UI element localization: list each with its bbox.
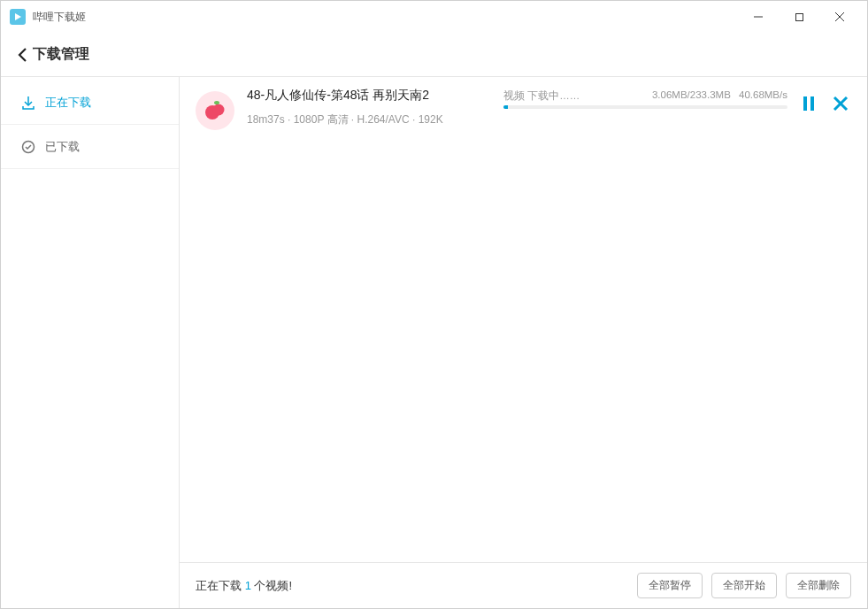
page-header: 下载管理: [1, 33, 867, 77]
berry-icon: [203, 98, 227, 123]
status-prefix: 正在下载: [196, 579, 245, 592]
svg-rect-10: [803, 96, 807, 111]
check-circle-icon: [20, 139, 36, 155]
download-actions: [798, 88, 851, 114]
maximize-button[interactable]: [779, 3, 819, 31]
download-info: 48-凡人修仙传-第48话 再别天南2 18m37s · 1080P 高清 · …: [247, 88, 503, 127]
chevron-left-icon: [17, 47, 29, 63]
window-controls: [738, 3, 860, 31]
svg-marker-0: [15, 13, 21, 20]
svg-point-9: [214, 101, 219, 104]
minimize-button[interactable]: [738, 3, 779, 31]
svg-point-8: [213, 104, 225, 116]
sidebar-item-label: 正在下载: [45, 95, 91, 111]
progress-stats: 3.06MB/233.3MB 40.68MB/s: [652, 89, 787, 103]
download-item: 48-凡人修仙传-第48话 再别天南2 18m37s · 1080P 高清 · …: [180, 77, 867, 143]
download-speed: 40.68MB/s: [739, 89, 787, 100]
svg-rect-11: [810, 96, 814, 111]
status-suffix: 个视频!: [251, 579, 292, 592]
footer-bar: 正在下载 1 个视频! 全部暂停 全部开始 全部删除: [180, 562, 867, 608]
sidebar-item-downloading[interactable]: 正在下载: [1, 81, 179, 125]
video-thumbnail: [196, 91, 234, 130]
sidebar-item-downloaded[interactable]: 已下载: [1, 125, 179, 169]
start-all-button[interactable]: 全部开始: [711, 573, 777, 598]
download-size: 3.06MB/233.3MB: [652, 89, 731, 100]
download-meta: 18m37s · 1080P 高清 · H.264/AVC · 192K: [247, 112, 503, 127]
app-icon: [10, 9, 26, 25]
page-title: 下载管理: [33, 45, 89, 64]
close-window-button[interactable]: [819, 3, 860, 31]
close-icon: [833, 96, 849, 112]
download-icon: [20, 95, 36, 111]
sidebar: 正在下载 已下载: [1, 77, 180, 608]
delete-all-button[interactable]: 全部删除: [786, 573, 851, 598]
progress-row: 视频 下载中…… 3.06MB/233.3MB 40.68MB/s: [503, 89, 787, 103]
pause-all-button[interactable]: 全部暂停: [637, 573, 703, 598]
progress-fill: [503, 105, 508, 109]
download-title: 48-凡人修仙传-第48话 再别天南2: [247, 88, 503, 104]
sidebar-item-label: 已下载: [45, 139, 80, 155]
app-title: 哔哩下载姬: [33, 10, 738, 25]
footer-status: 正在下载 1 个视频!: [196, 578, 637, 594]
titlebar: 哔哩下载姬: [1, 1, 867, 33]
progress-block: 视频 下载中…… 3.06MB/233.3MB 40.68MB/s: [503, 88, 787, 109]
main-panel: 48-凡人修仙传-第48话 再别天南2 18m37s · 1080P 高清 · …: [180, 77, 867, 608]
progress-bar: [503, 105, 787, 109]
status-count: 1: [245, 579, 251, 592]
download-list: 48-凡人修仙传-第48话 再别天南2 18m37s · 1080P 高清 · …: [180, 77, 867, 562]
content-body: 正在下载 已下载: [1, 77, 867, 608]
pause-icon: [802, 96, 816, 112]
download-status: 视频 下载中……: [503, 89, 580, 103]
footer-buttons: 全部暂停 全部开始 全部删除: [637, 573, 851, 598]
pause-button[interactable]: [798, 93, 819, 114]
cancel-button[interactable]: [830, 93, 851, 114]
svg-rect-2: [795, 13, 803, 20]
back-button[interactable]: 下载管理: [17, 45, 89, 64]
